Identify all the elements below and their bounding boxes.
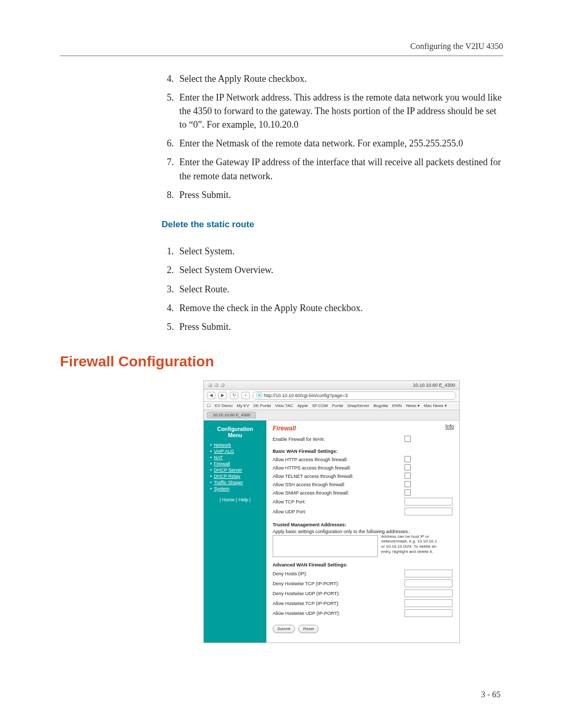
enable-firewall-label: Enable Firewall for WAN: [273,437,405,442]
sidebar-footer-links[interactable]: | Home | Help | [204,497,266,502]
deny-hosts-label: Deny Hosts (IP): [273,571,405,576]
allow-http-label: Allow HTTP access through firewall: [273,457,405,462]
allow-telnet-checkbox[interactable] [405,473,411,479]
trusted-heading: Trusted Management Addresses: [273,522,454,527]
reset-button[interactable]: Reset [298,625,319,633]
sidebar-item-firewall[interactable]: Firewall [214,461,230,466]
forward-button[interactable]: ▶ [218,392,227,399]
bookmark-item[interactable]: Portal [332,403,343,408]
sidebar-item-dhcp-relay[interactable]: DHCP Relay [214,474,240,479]
bookmark-item[interactable]: SE Portal [253,403,271,408]
sidebar-item-dhcp-server[interactable]: DHCP Server [214,467,242,473]
steps-list-2: Select System. Select System Overview. S… [162,244,503,333]
step: Press Submit. [176,188,503,202]
step: Enter the Netmask of the remote data net… [176,137,503,150]
content-pane: Info Firewall Enable Firewall for WAN: B… [266,421,459,643]
allow-tcp-port-input[interactable] [405,498,452,505]
allow-udp-port-label: Allow UDP Port: [273,509,405,514]
favicon-icon [256,392,262,398]
trusted-hint: Address can be host IP or network/mask, … [381,534,438,554]
sidebar-title: Configuration Menu [204,426,266,442]
enable-firewall-checkbox[interactable] [405,436,411,442]
page-number: 3 - 65 [481,690,500,699]
trusted-addresses-textarea[interactable] [273,535,378,557]
bookmark-item[interactable]: Bugzilla [373,403,388,408]
embedded-screenshot: 10.10.10.60 E_4300 ◀ ▶ ↻ + http://10.10.… [203,380,460,643]
address-bar[interactable]: http://10.10.10.60/cgi-bin/config?page=3 [253,391,456,400]
url-text: http://10.10.10.60/cgi-bin/config?page=3 [264,392,348,399]
bookmark-item[interactable]: SnapServer [347,403,369,408]
info-link[interactable]: Info [445,424,454,429]
step: Enter the Gateway IP address of the inte… [176,155,503,182]
submit-button[interactable]: Submit [273,625,295,633]
allow-telnet-label: Allow TELNET access through firewall: [273,474,405,479]
deny-tcp-input[interactable] [405,579,452,587]
allow-tcp-label: Allow Hostwise TCP (IP-PORT): [273,601,405,606]
advanced-heading: Advanced WAN Firewall Settings: [273,562,454,567]
allow-tcp-port-label: Allow TCP Port: [273,499,405,504]
allow-https-checkbox[interactable] [405,464,411,471]
header-rule [60,55,503,56]
close-icon[interactable] [208,383,212,387]
bookmarks-bar: ☐ EV Demo My EV SE Portal Visio TAC Appl… [204,402,459,410]
bookmark-item[interactable]: SF.COM [312,403,328,408]
allow-udp-input[interactable] [405,609,452,617]
deny-hosts-input[interactable] [405,570,452,577]
allow-udp-label: Allow Hostwise UDP (IP-PORT): [273,611,405,616]
bookmark-item[interactable]: Visio TAC [275,403,293,408]
step: Remove the check in the Apply Route chec… [176,301,503,315]
window-title: 10.10.10.60 E_4300 [413,382,455,388]
bookmark-item[interactable]: Apple [297,403,308,408]
bookmark-item[interactable]: EV Demo [215,403,232,408]
basic-settings-heading: Basic WAN Firewall Settings: [273,449,454,454]
bookmark-item[interactable]: News ▾ [406,403,420,408]
sidebar: Configuration Menu Network VoIP ALG NAT … [204,421,266,643]
step: Select System. [176,244,503,258]
back-button[interactable]: ◀ [207,392,215,399]
step: Select System Overview. [176,263,503,277]
sidebar-item-traffic-shaper[interactable]: Traffic Shaper [214,480,243,485]
bookmark-item[interactable]: ☐ [207,403,211,408]
traffic-lights[interactable] [208,383,225,387]
add-tab-button[interactable]: + [241,392,250,399]
bookmark-item[interactable]: Mac News ▾ [424,403,447,408]
minimize-icon[interactable] [214,383,218,387]
allow-tcp-input[interactable] [405,599,452,607]
allow-udp-port-input[interactable] [405,508,452,515]
panel-heading-firewall: Firewall [273,425,454,432]
section-heading-firewall: Firewall Configuration [60,353,503,370]
sidebar-item-system[interactable]: System [214,486,229,491]
step: Enter the IP Network address. This addre… [176,91,503,131]
deny-udp-label: Deny Hostwise UDP (IP-PORT): [273,591,405,596]
tab-bar: 10.10.10.60 E_4300 [204,410,459,421]
step: Select Route. [176,282,503,296]
trusted-text: Apply basic settings configuration only … [273,529,454,534]
page-header: Configuring the V2IU 4350 [60,42,503,51]
zoom-icon[interactable] [221,383,225,387]
allow-snmp-checkbox[interactable] [405,489,411,496]
allow-https-label: Allow HTTPS access through firewall: [273,465,405,471]
sidebar-item-network[interactable]: Network [214,442,231,448]
bookmark-item[interactable]: EWN [392,403,402,408]
allow-snmp-label: Allow SNMP access through firewall: [273,490,405,496]
window-titlebar: 10.10.10.60 E_4300 [204,381,459,390]
sub-heading-delete-route: Delete the static route [162,218,503,231]
sidebar-item-voip[interactable]: VoIP ALG [214,449,234,454]
deny-tcp-label: Deny Hostwise TCP (IP-PORT): [273,581,405,586]
step: Select the Apply Route checkbox. [176,72,503,85]
browser-toolbar: ◀ ▶ ↻ + http://10.10.10.60/cgi-bin/confi… [204,390,459,402]
bookmark-item[interactable]: My EV [237,403,249,408]
steps-list-1: Select the Apply Route checkbox. Enter t… [162,72,503,202]
allow-ssh-label: Allow SSH access through firewall: [273,482,405,487]
sidebar-item-nat[interactable]: NAT [214,455,223,460]
browser-tab[interactable]: 10.10.10.60 E_4300 [207,412,256,418]
reload-button[interactable]: ↻ [230,392,238,399]
allow-http-checkbox[interactable] [405,456,411,462]
step: Press Submit. [176,320,503,334]
allow-ssh-checkbox[interactable] [405,481,411,487]
deny-udp-input[interactable] [405,589,452,597]
